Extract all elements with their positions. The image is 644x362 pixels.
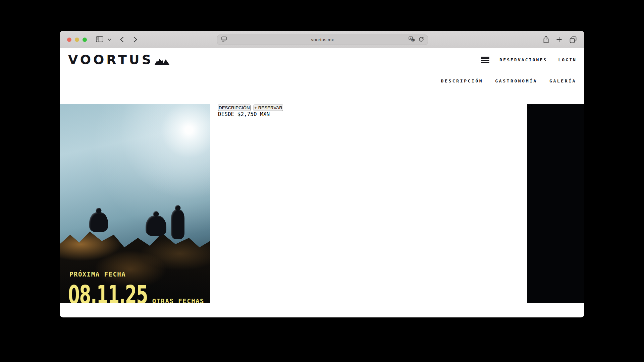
- next-date-value: 08.11.25: [68, 280, 148, 303]
- close-button[interactable]: [67, 38, 71, 42]
- reservaciones-link[interactable]: RESERVACIONES: [499, 57, 547, 62]
- plus-icon: [556, 37, 562, 43]
- safari-window: voortus.mx A x: [60, 31, 584, 317]
- slide-number: 01: [527, 104, 584, 111]
- site-header: VOORTUS RESERVACIONES LOGIN: [60, 48, 584, 71]
- other-dates-link[interactable]: OTRAS FECHAS: [152, 297, 204, 303]
- reload-icon: [419, 36, 424, 42]
- logo-text: VOORTUS: [68, 52, 153, 67]
- sidebar-toggle-button[interactable]: [96, 36, 103, 43]
- mountain-logo-icon: [155, 57, 170, 65]
- url-text: voortus.mx: [311, 37, 334, 42]
- section-nav: DESCRIPCIÓN GASTRONOMÍA GALERÍA: [60, 71, 584, 104]
- back-button[interactable]: [120, 37, 124, 43]
- share-icon: [543, 36, 549, 44]
- previous-slide-image: PRÓXIMA FECHA 08.11.25 OTRAS FECHAS: [60, 104, 210, 303]
- minimize-button[interactable]: [75, 38, 79, 42]
- translate-icon[interactable]: A x: [409, 36, 415, 43]
- active-slide-image: DESCRIPCIÓN + RESERVAR DESDE $2,750 MXN: [218, 104, 519, 303]
- site-logo[interactable]: VOORTUS: [68, 48, 170, 71]
- next-date-label: PRÓXIMA FECHA: [69, 270, 126, 278]
- next-slide-image: 01: [527, 104, 584, 303]
- sunset-sky: [218, 104, 519, 303]
- forward-arrow-icon: [133, 37, 137, 43]
- sidebar-icon: [96, 36, 103, 43]
- forward-button[interactable]: [133, 37, 137, 43]
- desktop-background: voortus.mx A x: [0, 0, 644, 362]
- zoom-button[interactable]: [83, 38, 87, 42]
- tabs-icon: [570, 36, 577, 43]
- nav-descripcion-link[interactable]: DESCRIPCIÓN: [441, 78, 483, 83]
- nav-galeria-link[interactable]: GALERÍA: [549, 78, 576, 83]
- tab-overview-button[interactable]: [570, 36, 577, 43]
- page-settings-icon[interactable]: [221, 36, 227, 44]
- chevron-down-icon[interactable]: [108, 38, 111, 41]
- svg-text:A: A: [410, 37, 412, 39]
- new-tab-button[interactable]: [556, 37, 562, 43]
- nav-gastronomia-link[interactable]: GASTRONOMÍA: [495, 78, 537, 83]
- share-button[interactable]: [543, 36, 549, 44]
- menu-button[interactable]: [481, 57, 489, 62]
- login-link[interactable]: LOGIN: [558, 57, 577, 62]
- back-arrow-icon: [120, 37, 124, 43]
- carousel: PRÓXIMA FECHA 08.11.25 OTRAS FECHAS: [60, 104, 584, 303]
- header-nav: RESERVACIONES LOGIN: [481, 48, 577, 71]
- reload-button[interactable]: [419, 36, 424, 43]
- browser-toolbar: voortus.mx A x: [60, 31, 584, 48]
- address-bar[interactable]: voortus.mx A x: [217, 35, 428, 45]
